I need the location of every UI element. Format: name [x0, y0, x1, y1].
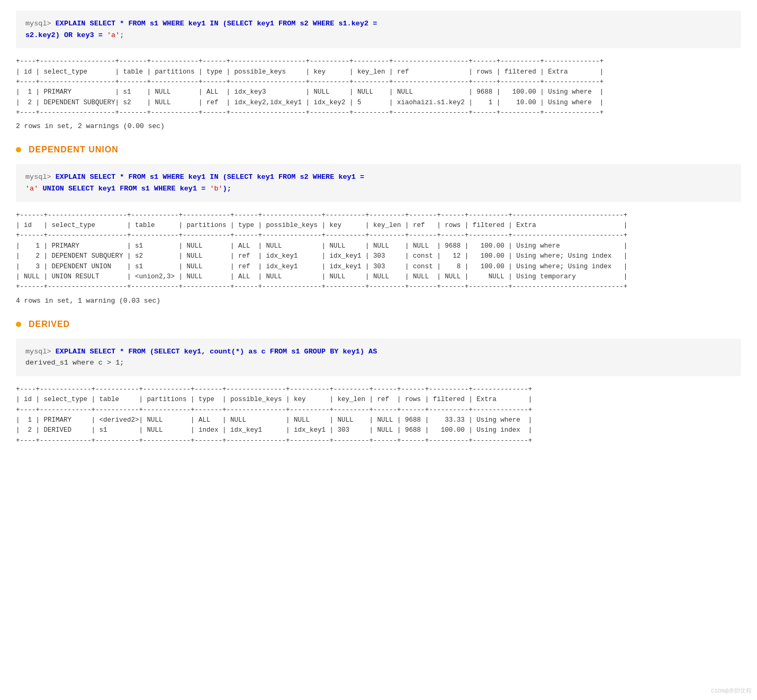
str-1: 'a': [107, 31, 120, 39]
table-3: +----+-------------+-----------+--------…: [16, 385, 741, 446]
bullet-icon-2: [16, 322, 21, 327]
prompt-1: mysql>: [25, 20, 56, 28]
kw-4: UNION SELECT key1 FROM s1 WHERE key1 =: [38, 185, 210, 193]
plain-1: derived_s1 where c > 1;: [25, 359, 124, 367]
kw-6: EXPLAIN SELECT * FROM (SELECT key1, coun…: [56, 348, 249, 356]
kw-1: EXPLAIN SELECT * FROM s1 WHERE key1 IN (…: [56, 20, 377, 28]
prompt-3: mysql>: [25, 348, 56, 356]
bullet-icon-1: [16, 147, 21, 152]
section-title-1: DEPENDENT UNION: [29, 145, 119, 154]
kw-7: c FROM s1 GROUP BY key1) AS: [257, 348, 377, 356]
section-header-2: DERIVED: [16, 320, 741, 329]
prompt-2: mysql>: [25, 173, 56, 181]
section-derived: DERIVED mysql> EXPLAIN SELECT * FROM (SE…: [16, 320, 741, 446]
kw-2: s2.key2) OR key3 =: [25, 31, 107, 39]
section-dependent-union: DEPENDENT UNION mysql> EXPLAIN SELECT * …: [16, 145, 741, 304]
section-top: mysql> EXPLAIN SELECT * FROM s1 WHERE ke…: [16, 11, 741, 130]
table-2: +------+--------------------+-----------…: [16, 211, 741, 293]
table-1: +----+-------------------+-------+------…: [16, 57, 741, 118]
semi-1: ;: [120, 31, 124, 39]
as-kw: as: [248, 348, 257, 356]
rows-info-1: 2 rows in set, 2 warnings (0.00 sec): [16, 122, 741, 130]
section-header-1: DEPENDENT UNION: [16, 145, 741, 154]
code-block-2: mysql> EXPLAIN SELECT * FROM s1 WHERE ke…: [16, 164, 741, 202]
code-block-1: mysql> EXPLAIN SELECT * FROM s1 WHERE ke…: [16, 11, 741, 48]
kw-3: EXPLAIN SELECT * FROM s1 WHERE key1 IN (…: [56, 173, 364, 181]
str-3: 'b': [210, 185, 222, 193]
section-title-2: DERIVED: [29, 320, 70, 329]
rows-info-2: 4 rows in set, 1 warning (0.03 sec): [16, 297, 741, 305]
str-2: 'a': [25, 185, 38, 193]
code-block-3: mysql> EXPLAIN SELECT * FROM (SELECT key…: [16, 339, 741, 376]
kw-5: );: [223, 185, 231, 193]
